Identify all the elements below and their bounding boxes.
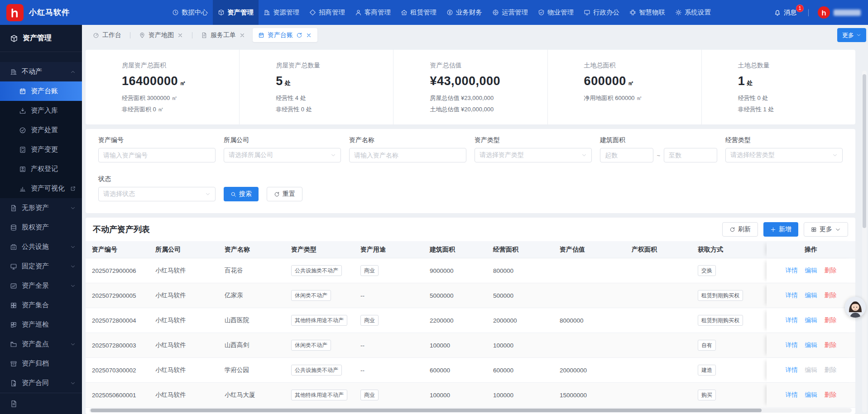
chevron-down-icon [70, 205, 76, 211]
close-tab-icon[interactable] [177, 32, 183, 38]
sidebar-subitem[interactable]: 资产处置 [0, 120, 82, 140]
refresh-button[interactable]: 刷新 [722, 222, 758, 237]
horizontal-scrollbar-thumb[interactable] [91, 409, 762, 412]
range-to-input[interactable] [664, 148, 717, 162]
stat-value: 5处 [276, 74, 388, 88]
filter-field: 经营类型请选择经营类型 [725, 135, 843, 162]
delete-link[interactable]: 删除 [825, 391, 837, 399]
cell: 交换 [691, 265, 764, 276]
cell: 小红马软件 [149, 291, 218, 300]
sidebar-subitem[interactable]: 产权登记 [0, 159, 82, 179]
detail-link[interactable]: 详情 [786, 366, 798, 374]
gear-icon [675, 9, 682, 16]
stat-unit: 处 [747, 80, 753, 86]
sidebar-subitem[interactable]: 资产可视化 [0, 179, 82, 198]
detail-link[interactable]: 详情 [786, 316, 798, 324]
sidebar-menu: 不动产资产台账资产入库资产处置资产变更产权登记资产可视化无形资产股权资产公共设施… [0, 52, 82, 393]
nav-item[interactable]: 物业管理 [533, 0, 579, 25]
tabs-more-button[interactable]: 更多 [837, 28, 866, 42]
sidebar-item[interactable]: 固定资产 [0, 257, 82, 276]
sidebar-item[interactable]: 股权资产 [0, 218, 82, 237]
nav-item[interactable]: 业务财务 [441, 0, 487, 25]
sidebar-subitem[interactable]: 资产变更 [0, 140, 82, 159]
filter-input[interactable] [98, 148, 216, 162]
detail-link[interactable]: 详情 [786, 291, 798, 300]
delete-link[interactable]: 删除 [825, 316, 837, 324]
sidebar-item[interactable]: 不动产 [0, 62, 82, 81]
nav-item[interactable]: 资产管理 [213, 0, 259, 25]
filter-select[interactable]: 请选择所属公司 [224, 148, 341, 162]
sidebar-item[interactable]: 资产归档 [0, 354, 82, 373]
sidebar-item[interactable]: 资产集合 [0, 295, 82, 315]
refresh-icon[interactable] [296, 32, 302, 38]
sidebar-item-label: 资产巡检 [22, 320, 49, 329]
cell: 2200000 [423, 317, 487, 324]
nav-item[interactable]: 资源管理 [259, 0, 304, 25]
sidebar-item[interactable]: 资产盘点 [0, 334, 82, 354]
edit-link[interactable]: 编辑 [805, 316, 817, 324]
nav-item[interactable]: 运营管理 [487, 0, 533, 25]
cell: 小红马软件 [149, 316, 218, 324]
nav-item[interactable]: 系统设置 [670, 0, 716, 25]
table-more-button[interactable]: 更多 [804, 222, 848, 237]
add-button[interactable]: 新增 [763, 222, 798, 237]
assistant-avatar[interactable] [845, 297, 866, 318]
sidebar-title: 资产管理 [0, 25, 82, 52]
stat-value: 16400000㎡ [122, 74, 235, 88]
sidebar-subitem[interactable]: 资产台账 [0, 81, 82, 101]
edit-link[interactable]: 编辑 [805, 266, 817, 275]
tab-active[interactable]: 资产台账 [253, 28, 317, 42]
search-button[interactable]: 搜索 [224, 187, 259, 201]
delete-link[interactable]: 删除 [825, 291, 837, 300]
delete-link[interactable]: 删除 [825, 341, 837, 349]
reset-button[interactable]: 重置 [267, 187, 302, 201]
nav-item[interactable]: 智慧物联 [624, 0, 670, 25]
user-menu[interactable] [818, 6, 861, 19]
delete-link: 删除 [825, 366, 837, 374]
detail-link[interactable]: 详情 [786, 391, 798, 399]
nav-item[interactable]: 招商管理 [304, 0, 350, 25]
sidebar-item[interactable]: 无形资产 [0, 198, 82, 218]
nav-item[interactable]: 租赁管理 [396, 0, 441, 25]
collapse-sidebar-icon[interactable] [10, 400, 18, 408]
edit-link[interactable]: 编辑 [805, 341, 817, 349]
vertical-scrollbar-thumb[interactable] [863, 74, 866, 228]
range-from-input[interactable] [600, 148, 653, 162]
sidebar-item[interactable]: 公共设施 [0, 237, 82, 257]
cell: 2025072900006 [86, 267, 149, 274]
sidebar-subitem[interactable]: 资产入库 [0, 101, 82, 120]
filter-select[interactable]: 请选择状态 [98, 187, 216, 201]
sidebar-item[interactable]: 资产巡检 [0, 315, 82, 334]
chevron-down-icon [835, 227, 841, 233]
filter-input[interactable] [349, 148, 466, 162]
sidebar-item[interactable]: 资产全景 [0, 276, 82, 295]
close-tab-icon[interactable] [306, 32, 312, 38]
tab-item[interactable]: 工作台 [87, 28, 127, 42]
edit-link[interactable]: 编辑 [805, 391, 817, 399]
nav-item[interactable]: 客商管理 [350, 0, 396, 25]
user-avatar [818, 6, 830, 19]
tab-item[interactable]: 服务工单 [196, 28, 251, 42]
sidebar-subitem-label: 资产变更 [31, 145, 58, 154]
close-tab-icon[interactable] [239, 32, 245, 38]
detail-link[interactable]: 详情 [786, 266, 798, 275]
app-shell: 资产管理 不动产资产台账资产入库资产处置资产变更产权登记资产可视化无形资产股权资… [0, 25, 868, 414]
messages-button[interactable]: 消息 1 [774, 9, 796, 17]
stat-value-number: 16400000 [122, 74, 178, 88]
filter-select[interactable]: 请选择经营类型 [725, 148, 843, 162]
detail-link[interactable]: 详情 [786, 341, 798, 349]
tab-item[interactable]: 资产地图 [134, 28, 189, 42]
grid-icon [811, 227, 817, 233]
delete-link[interactable]: 删除 [825, 266, 837, 275]
nav-item[interactable]: 行政办公 [579, 0, 624, 25]
column-header: 经营面积 [487, 246, 553, 254]
table-row: 2025072800004小红马软件山西医院其他特殊用途不动产商业2200000… [86, 308, 855, 333]
nav-item[interactable]: 数据中心 [167, 0, 213, 25]
tab-label: 资产地图 [149, 31, 174, 39]
table-row: 2025072800003小红马软件山西高剑休闲类不动产--1000001000… [86, 333, 855, 358]
stats-panel: 房屋资产总面积16400000㎡经营面积 3000000 ㎡非经营面积 0 ㎡房… [86, 50, 855, 124]
stat-sublines: 经营性 4 处非经营性 0 处 [276, 92, 388, 115]
sidebar-item[interactable]: 资产合同 [0, 373, 82, 393]
edit-link[interactable]: 编辑 [805, 291, 817, 300]
filter-select[interactable]: 请选择资产类型 [475, 148, 592, 162]
